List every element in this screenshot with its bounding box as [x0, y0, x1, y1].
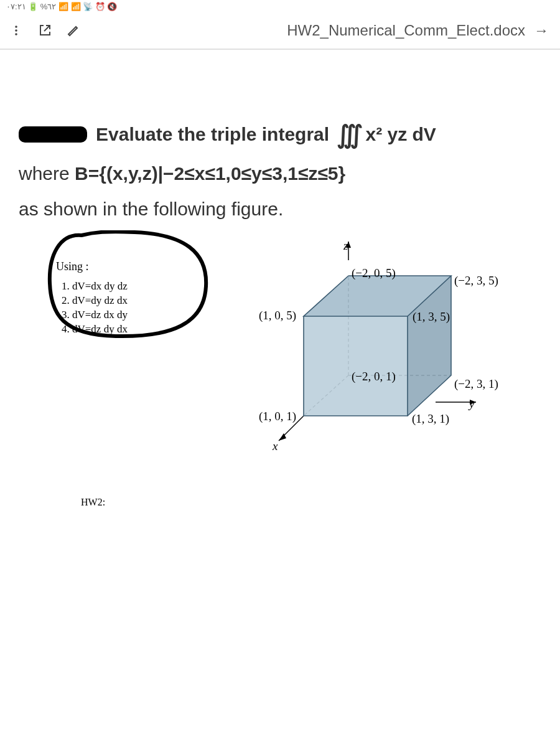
figure-row: Using : dV=dx dy dz dV=dy dz dx dV=dz dx…: [19, 242, 541, 453]
axis-y-label: y: [469, 397, 474, 411]
evaluate-text: Evaluate the triple integral: [96, 121, 329, 148]
edit-icon[interactable]: [65, 22, 82, 39]
problem-line-3: as shown in the following figure.: [19, 195, 541, 223]
app-bar-actions: [7, 22, 82, 39]
redacted-block: [19, 126, 87, 143]
where-text: where: [19, 163, 75, 184]
document-content: Evaluate the triple integral ∭ x² yz dV …: [0, 50, 560, 527]
problem-line-1: Evaluate the triple integral ∭ x² yz dV: [19, 117, 541, 152]
hand-drawn-circle-icon: [47, 230, 209, 339]
set-definition: B={(x,y,z)|−2≤x≤1,0≤y≤3,1≤z≤5}: [75, 163, 345, 184]
cube-figure: z x y (−2, 0, 5) (−2, 3, 5) (1, 0, 5) (1…: [205, 242, 541, 453]
problem-line-2: where B={(x,y,z)|−2≤x≤1,0≤y≤3,1≤z≤5}: [19, 159, 541, 187]
coord-label: (−2, 0, 5): [352, 266, 396, 280]
coord-label: (1, 0, 5): [259, 309, 296, 322]
more-options-icon[interactable]: [7, 22, 25, 39]
coord-label: (−2, 3, 5): [454, 274, 498, 288]
axis-x-label: x: [273, 439, 278, 453]
coord-label: (−2, 3, 1): [454, 377, 498, 391]
open-external-icon[interactable]: [36, 22, 54, 39]
app-bar: HW2_Numerical_Comm_Elect.docx →: [0, 12, 560, 50]
status-text: ۰۷:۲۱ 🔋 %٦٢ 📶 📶 📡 ⏰ 🔇: [6, 2, 117, 11]
svg-marker-13: [304, 316, 408, 416]
axis-z-label: z: [343, 239, 348, 253]
status-bar: ۰۷:۲۱ 🔋 %٦٢ 📶 📶 📡 ⏰ 🔇: [0, 0, 560, 12]
coord-label: (1, 0, 1): [259, 410, 296, 423]
hw2-label: HW2:: [81, 497, 541, 508]
triple-integral-symbol: ∭: [337, 117, 363, 152]
coord-label: (−2, 0, 1): [352, 370, 396, 383]
integral-expression: x² yz dV: [365, 121, 436, 148]
svg-point-0: [15, 26, 17, 28]
document-title: HW2_Numerical_Comm_Elect.docx: [287, 22, 525, 39]
coord-label: (1, 3, 1): [412, 412, 449, 426]
forward-arrow-icon[interactable]: →: [534, 22, 549, 39]
title-area: HW2_Numerical_Comm_Elect.docx →: [82, 22, 553, 39]
using-box: Using : dV=dx dy dz dV=dy dz dx dV=dz dx…: [19, 242, 199, 366]
svg-point-2: [15, 33, 17, 35]
coord-label: (1, 3, 5): [413, 310, 450, 324]
svg-point-1: [15, 29, 17, 32]
